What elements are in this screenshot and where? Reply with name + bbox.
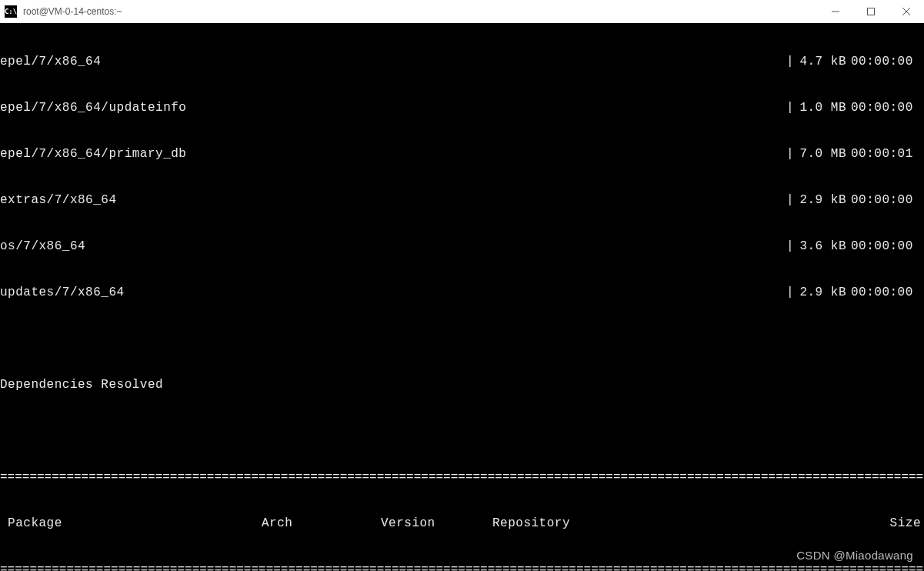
repo-name: epel/7/x86_64 — [0, 54, 783, 69]
repo-row: os/7/x86_64|3.6 kB00:00:00 — [0, 239, 924, 254]
repo-row: epel/7/x86_64/primary_db|7.0 MB00:00:01 — [0, 146, 924, 162]
repo-time: 00:00:00 — [851, 54, 924, 69]
deps-resolved-label: Dependencies Resolved — [0, 377, 924, 392]
repo-row: epel/7/x86_64|4.7 kB00:00:00 — [0, 54, 924, 69]
col-package: Package — [0, 516, 262, 531]
repo-row: updates/7/x86_64|2.9 kB00:00:00 — [0, 285, 924, 300]
window-title: root@VM-0-14-centos:~ — [23, 6, 122, 17]
close-button[interactable] — [889, 0, 924, 23]
svg-rect-1 — [868, 8, 875, 15]
separator-line: ========================================… — [0, 469, 924, 485]
col-size: Size — [878, 516, 924, 531]
separator: | — [783, 54, 797, 69]
minimize-button[interactable] — [818, 0, 853, 23]
repo-row: extras/7/x86_64|2.9 kB00:00:00 — [0, 192, 924, 208]
terminal-output[interactable]: epel/7/x86_64|4.7 kB00:00:00 epel/7/x86_… — [0, 23, 924, 571]
repo-row: epel/7/x86_64/updateinfo|1.0 MB00:00:00 — [0, 100, 924, 115]
col-repository: Repository — [492, 516, 878, 531]
window-titlebar: C:\ root@VM-0-14-centos:~ — [0, 0, 924, 23]
separator-line: ========================================… — [0, 562, 924, 571]
col-version: Version — [381, 516, 492, 531]
maximize-button[interactable] — [853, 0, 889, 23]
terminal-icon: C:\ — [5, 5, 17, 18]
col-arch: Arch — [262, 516, 381, 531]
package-header: Package Arch Version Repository Size — [0, 516, 924, 531]
watermark: CSDN @Miaodawang — [796, 549, 913, 562]
window-controls — [818, 0, 924, 23]
repo-size: 4.7 kB — [797, 54, 851, 69]
